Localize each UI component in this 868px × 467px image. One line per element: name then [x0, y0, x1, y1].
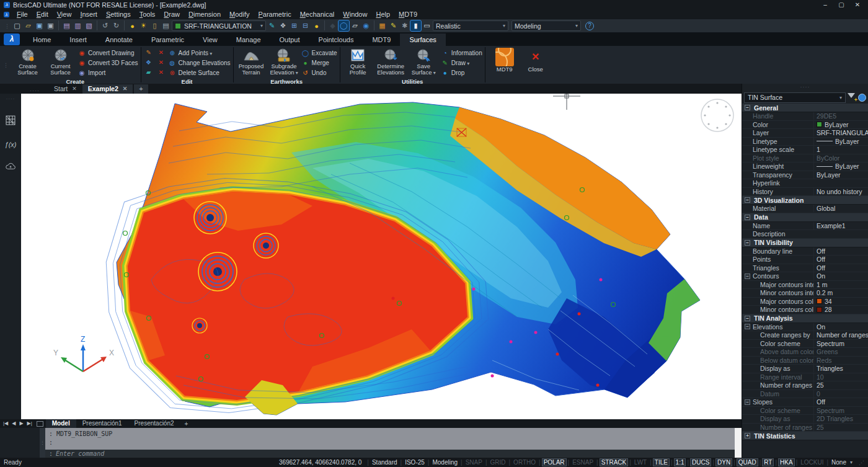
- open-file-icon[interactable]: ▱: [23, 20, 33, 31]
- workspace-combo[interactable]: Modeling ▾: [512, 20, 581, 31]
- property-value[interactable]: Number of ranges: [813, 331, 868, 339]
- status-toggle-ducs[interactable]: DUCS: [691, 459, 711, 466]
- status-toggle-dyn[interactable]: DYN: [716, 459, 732, 466]
- menu-insert[interactable]: Insert: [76, 10, 102, 19]
- property-value[interactable]: 10: [813, 373, 868, 381]
- subgrade-elevation-button[interactable]: Subgrade Elevation: [269, 47, 299, 76]
- status-toggle-rt[interactable]: RT: [763, 459, 773, 466]
- property-value[interactable]: SRF-TRIANGULATION: [813, 129, 868, 136]
- menu-modify[interactable]: Modify: [225, 10, 254, 19]
- drawing-viewport[interactable]: Z Y X: [21, 94, 742, 419]
- status-toggle-ortho[interactable]: ORTHO: [512, 459, 537, 466]
- status-toggle-lwt[interactable]: LWT: [633, 459, 648, 466]
- first-layout-icon[interactable]: |◀: [1, 419, 10, 428]
- menu-draw[interactable]: Draw: [159, 10, 184, 19]
- status-toggle-polar[interactable]: POLAR: [542, 459, 566, 466]
- import-button[interactable]: ◉Import: [78, 68, 138, 78]
- layout-tab-presentación2[interactable]: Presentación2: [128, 419, 180, 428]
- property-value[interactable]: 0: [813, 390, 868, 398]
- web-icon[interactable]: ◉: [361, 20, 371, 31]
- prev-layout-icon[interactable]: ◀: [10, 419, 17, 428]
- layer-plot-icon[interactable]: ▤: [161, 20, 171, 31]
- ribbon-close-button[interactable]: ✕ Close: [525, 48, 546, 73]
- new-file-icon[interactable]: ▢: [12, 20, 22, 31]
- property-value[interactable]: 1: [813, 146, 868, 153]
- render-image-icon[interactable]: ▭: [422, 20, 432, 31]
- property-value[interactable]: Off: [813, 256, 868, 263]
- create-surface-button[interactable]: Create Surface: [12, 47, 43, 76]
- status-toggle-tile[interactable]: TILE: [653, 459, 669, 466]
- ribbon-tab-manage[interactable]: Manage: [227, 33, 270, 46]
- entity-track-icon[interactable]: ⊟: [300, 20, 311, 31]
- property-value[interactable]: On: [813, 323, 868, 331]
- status-more-icon[interactable]: ▾: [848, 460, 855, 465]
- status-toggle-lockui[interactable]: LOCKUI: [799, 459, 825, 466]
- property-value[interactable]: Example1: [813, 222, 868, 229]
- status-toggle-modeling[interactable]: Modeling: [431, 459, 459, 466]
- merge-button[interactable]: ●Merge: [302, 58, 337, 68]
- ribbon-tab-home[interactable]: Home: [24, 33, 60, 46]
- property-value[interactable]: 0.2 m: [813, 289, 868, 296]
- entity-type-select[interactable]: TIN Surface ▾: [744, 92, 846, 103]
- property-value[interactable]: 25: [813, 381, 868, 389]
- add-points-button[interactable]: ⊕Add Points: [169, 48, 231, 58]
- menu-dimension[interactable]: Dimension: [184, 10, 225, 19]
- ribbon-tab-annotate[interactable]: Annotate: [96, 33, 142, 46]
- ribbon-tab-output[interactable]: Output: [270, 33, 309, 46]
- edit-brush-icon[interactable]: ✎: [144, 48, 154, 57]
- console-grip[interactable]: ⋮: [40, 428, 45, 458]
- property-value[interactable]: Triangles: [813, 365, 868, 372]
- save-as-icon[interactable]: ▣: [45, 20, 56, 31]
- menu-view[interactable]: View: [53, 10, 76, 19]
- quick-profile-button[interactable]: Quick Profile: [343, 47, 373, 76]
- ribbon-grip[interactable]: ⋮: [3, 62, 8, 68]
- print-preview-icon[interactable]: ▧: [84, 20, 94, 31]
- menu-settings[interactable]: Settings: [102, 10, 135, 19]
- status-toggle-standard[interactable]: Standard: [371, 459, 399, 466]
- property-value[interactable]: Global: [813, 205, 868, 212]
- property-value[interactable]: Off: [813, 247, 868, 255]
- sheet-set-icon[interactable]: ▦: [377, 20, 388, 31]
- convert-3d-faces-button[interactable]: ◉Convert 3D Faces: [78, 58, 138, 68]
- menu-edit[interactable]: Edit: [32, 10, 53, 19]
- menu-help[interactable]: Help: [371, 10, 394, 19]
- hatch-icon[interactable]: ✎: [388, 20, 399, 31]
- expand-icon[interactable]: −: [745, 215, 750, 220]
- publish-icon[interactable]: ▥: [73, 20, 83, 31]
- property-value[interactable]: 34: [813, 298, 868, 305]
- fields-panel-icon[interactable]: ƒ(x): [5, 141, 17, 148]
- edit-faces-icon[interactable]: ▰: [144, 68, 154, 77]
- menu-mdt9[interactable]: MDT9: [394, 10, 422, 19]
- status-toggle-grid[interactable]: GRID: [489, 459, 507, 466]
- quick-select-icon[interactable]: ❖: [278, 20, 288, 31]
- property-value[interactable]: 1 m: [813, 281, 868, 288]
- sketch-circle-icon[interactable]: ◯: [339, 20, 349, 31]
- layers-panel-icon[interactable]: [6, 115, 16, 127]
- remove-boundary-icon[interactable]: ✕: [156, 68, 166, 77]
- isolate-icon[interactable]: ●: [311, 20, 322, 31]
- close-tab-icon[interactable]: ✕: [123, 84, 128, 94]
- ribbon-tab-mdt9[interactable]: MDT9: [363, 33, 400, 46]
- visual-style-combo[interactable]: Realistic ▾: [433, 20, 508, 31]
- property-value[interactable]: ByLayer: [813, 162, 868, 170]
- save-icon[interactable]: ▣: [34, 20, 45, 31]
- settings-gear-icon[interactable]: ✱: [399, 20, 410, 31]
- property-value[interactable]: Spectrum: [813, 340, 868, 347]
- property-value[interactable]: ByLayer: [813, 138, 868, 145]
- save-surface-button[interactable]: Save Surface: [409, 47, 439, 76]
- expand-icon[interactable]: −: [745, 274, 750, 279]
- help-icon[interactable]: ?: [585, 22, 594, 30]
- last-layout-icon[interactable]: ▶|: [25, 419, 34, 428]
- document-tab-example2[interactable]: Example2✕: [82, 84, 133, 94]
- property-value[interactable]: 28: [813, 306, 868, 313]
- plot-icon[interactable]: ▤: [61, 20, 72, 31]
- proposed-terrain-button[interactable]: Proposed Terrain: [236, 47, 267, 76]
- document-tab-start[interactable]: Start✕: [48, 84, 82, 94]
- expand-icon[interactable]: −: [745, 197, 750, 203]
- layer-lock-icon[interactable]: ▯: [149, 20, 160, 31]
- mdt9-button[interactable]: MDT9: [493, 48, 516, 73]
- entity-snap-icon[interactable]: ⊞: [289, 20, 299, 31]
- status-toggle-iso25[interactable]: ISO-25: [404, 459, 426, 466]
- layout-tab-model[interactable]: Model: [46, 419, 76, 428]
- status-toggle-none[interactable]: None: [830, 459, 848, 466]
